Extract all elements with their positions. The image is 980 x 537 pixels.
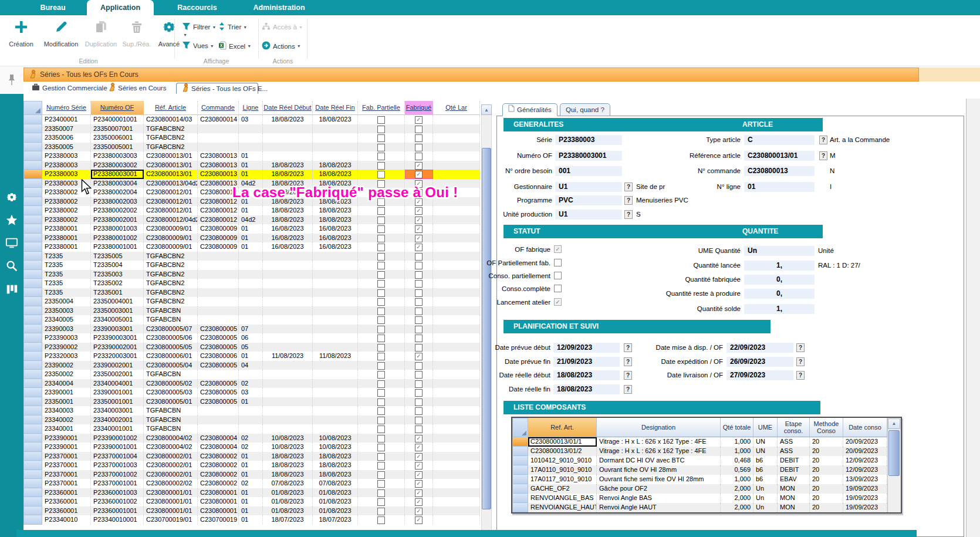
table-row[interactable]: P23360001P23360001002C230800001/01C23080… — [23, 497, 480, 506]
column-header-date-r-el-fin[interactable]: Date Réel Fin — [313, 101, 358, 115]
checkbox-fabrique[interactable] — [415, 335, 423, 342]
row-header[interactable] — [23, 352, 42, 361]
menu-tab-application[interactable]: Application — [87, 0, 154, 15]
checkbox-fabrique[interactable]: ✓ — [415, 235, 423, 242]
row-header[interactable] — [23, 143, 42, 152]
checkbox-fab-partielle[interactable] — [377, 417, 385, 424]
checkbox-fabrique[interactable] — [415, 425, 423, 433]
row-header[interactable] — [23, 370, 42, 379]
checkbox-fabrique[interactable]: ✓ — [415, 435, 423, 443]
checkbox-fabrique[interactable] — [415, 417, 423, 424]
checkbox-fab-partielle[interactable] — [377, 326, 385, 333]
table-row[interactable]: 2334000123340001001TGFABCBN — [23, 424, 480, 434]
checkbox-fab-partielle[interactable] — [377, 171, 385, 178]
checkbox-fab-partielle[interactable] — [377, 298, 385, 306]
field-value-qte-3[interactable]: 0, — [744, 289, 815, 299]
table-row[interactable]: 2334000523340005001TGFABCBN — [23, 315, 480, 325]
checkbox-fab-partielle[interactable] — [377, 480, 385, 488]
row-header[interactable] — [23, 470, 42, 479]
row-header[interactable] — [23, 124, 42, 134]
row-header[interactable] — [23, 151, 42, 161]
row-header[interactable] — [23, 297, 42, 306]
checkbox-fabrique[interactable]: ✓ — [415, 471, 423, 479]
menu-tab-raccourcis[interactable]: Raccourcis — [167, 0, 227, 15]
row-header[interactable] — [23, 452, 42, 461]
checkbox-fabrique[interactable]: ✓ — [415, 516, 423, 524]
help-button[interactable]: ? — [796, 371, 805, 380]
menu-tab-administration[interactable]: Administration — [245, 0, 313, 15]
field-value-art-1[interactable]: C230800013/01 — [744, 151, 815, 161]
field-value-qte-4[interactable]: 1, — [744, 304, 815, 314]
row-header[interactable] — [23, 461, 42, 470]
chevron-down-icon[interactable]: ▼ — [183, 33, 187, 37]
row-header[interactable] — [23, 506, 42, 516]
table-row[interactable]: P23380001P23380001002C230800009/01C23080… — [23, 234, 480, 243]
row-header[interactable] — [23, 234, 42, 243]
checkbox-fab-partielle[interactable] — [377, 271, 385, 279]
toolbar-button-actions[interactable]: Actions▼ — [262, 41, 301, 52]
checkbox-fab-partielle[interactable] — [377, 162, 385, 170]
row-header[interactable] — [23, 443, 42, 452]
help-button[interactable]: ? — [796, 343, 805, 352]
checkbox-fab-partielle[interactable] — [377, 308, 385, 315]
checkbox-fab-partielle[interactable] — [377, 344, 385, 352]
menu-tab-bureau[interactable]: Bureau — [23, 0, 82, 15]
field-value-plan-r-0[interactable]: 22/09/2023 — [726, 343, 793, 353]
checkbox-fab-partielle[interactable] — [377, 471, 385, 479]
field-value-qte-0[interactable]: Un — [744, 246, 815, 256]
checkbox-fabrique[interactable]: ✓ — [415, 462, 423, 470]
doc-tab-3[interactable]: Séries - Tous les OFs E... — [176, 83, 258, 94]
checkbox-fab-partielle[interactable] — [377, 371, 385, 379]
table-row[interactable]: P23360001P23360001001C230800001/01C23080… — [23, 506, 480, 516]
row-header[interactable] — [23, 434, 42, 443]
checkbox-fab-partielle[interactable] — [377, 453, 385, 461]
composant-header-ume[interactable]: UME — [753, 418, 778, 437]
table-select-all-corner[interactable] — [23, 101, 42, 115]
checkbox-fab-partielle[interactable] — [377, 153, 385, 160]
checkbox-fab-partielle[interactable] — [377, 380, 385, 388]
checkbox-fab-partielle[interactable] — [377, 244, 385, 251]
help-button[interactable]: ? — [819, 151, 827, 160]
checkbox-fab-partielle[interactable] — [377, 262, 385, 269]
table-row[interactable]: P23390001P23390001002C230800004/02C23080… — [23, 434, 480, 443]
table-row[interactable]: P23400001P23400001001C230800014/03C23080… — [23, 115, 480, 124]
row-header[interactable] — [23, 333, 42, 343]
help-button[interactable]: ? — [624, 210, 633, 219]
composant-row-header[interactable] — [512, 475, 528, 484]
panel-right-gutter[interactable] — [966, 99, 980, 537]
ribbon-button-cration[interactable]: Création — [4, 18, 39, 55]
checkbox-fab-partielle[interactable] — [377, 353, 385, 360]
column-header-num-ro-s-rie[interactable]: Numéro Série — [42, 101, 91, 115]
table-row[interactable]: 2334000223340002001TGFABCBN — [23, 416, 480, 425]
checkbox-fab-partielle[interactable] — [377, 508, 385, 515]
table-row[interactable]: P23390001P23390001001C230800004/02C23080… — [23, 443, 480, 452]
checkbox-fab-partielle[interactable] — [377, 462, 385, 470]
gear-icon[interactable] — [5, 191, 18, 204]
table-row[interactable]: 2335000723350007001TGFABCBN2 — [23, 124, 480, 134]
row-header[interactable] — [23, 279, 42, 288]
field-value-art-3[interactable]: 01 — [744, 182, 815, 192]
field-value-gen-4[interactable]: PVC — [555, 195, 622, 205]
doc-tab-2[interactable]: Séries en Cours — [103, 83, 174, 94]
checkbox-fab-partielle[interactable] — [377, 362, 385, 370]
row-header[interactable] — [23, 515, 42, 525]
column-header-num-ro-of[interactable]: Numéro OF — [91, 101, 144, 115]
checkbox-fabrique[interactable]: ✓ — [415, 116, 423, 124]
help-button[interactable]: ? — [624, 196, 633, 205]
search-icon[interactable] — [5, 259, 18, 272]
row-header[interactable] — [23, 170, 42, 179]
row-header[interactable] — [23, 497, 42, 506]
table-row[interactable]: P23370001P23370001003C230800002/01C23080… — [23, 461, 480, 470]
table-row[interactable]: P23340010P23340010001C230700019/01C23070… — [23, 515, 480, 525]
chevron-down-icon[interactable]: ▼ — [243, 25, 247, 29]
checkbox-fabrique[interactable] — [415, 316, 423, 324]
field-value-plan-r-2[interactable]: 27/09/2023 — [726, 370, 793, 380]
field-value-art-2[interactable]: C230800013 — [744, 166, 815, 176]
field-value-plan-l-3[interactable]: 18/08/2023 — [553, 384, 620, 394]
checkbox-fabrique[interactable]: ✓ — [415, 498, 423, 506]
checkbox-fab-partielle[interactable] — [377, 235, 385, 242]
composants-corner[interactable] — [512, 418, 528, 437]
checkbox-fabrique[interactable] — [415, 398, 423, 406]
row-header[interactable] — [23, 242, 42, 252]
row-header[interactable] — [23, 252, 42, 261]
